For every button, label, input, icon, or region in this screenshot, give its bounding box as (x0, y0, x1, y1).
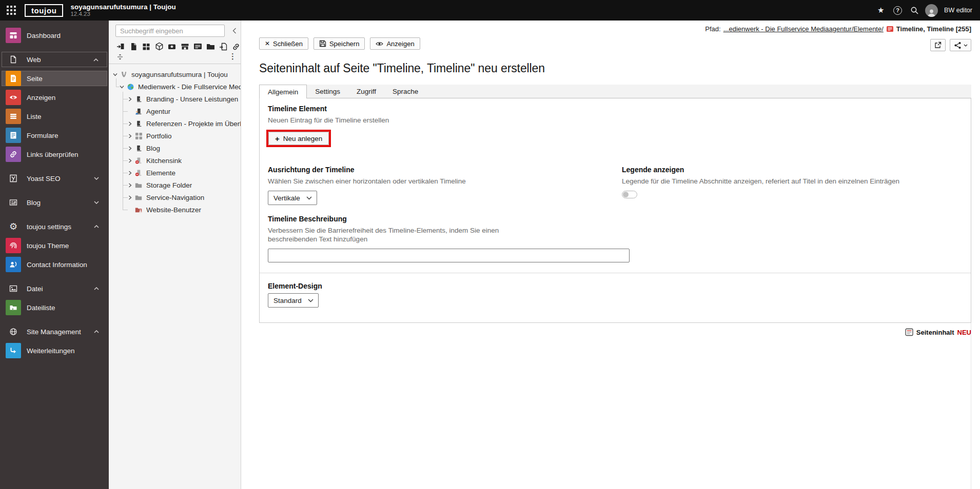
split-handle-icon[interactable] (116, 53, 124, 60)
field-timeline-description: Timeline Beschreibung Verbessern Sie die… (268, 215, 630, 262)
sidebar-group-yoast-seo[interactable]: Yoast SEO (2, 171, 107, 186)
tree-node-agentur[interactable]: Agentur (109, 105, 241, 117)
sidebar-group-toujou-settings[interactable]: ⚙ toujou settings (2, 219, 107, 234)
link-icon[interactable] (232, 42, 240, 51)
chevron-right-icon[interactable] (128, 195, 135, 200)
breadcrumb: Pfad: ...edienwerk - Die Fullservice Med… (705, 25, 971, 33)
tree-node-website-benutzer[interactable]: Website-Benutzer (109, 203, 241, 216)
chevron-down-icon[interactable] (113, 72, 120, 77)
tree-node-portfolio[interactable]: Portfolio (109, 130, 241, 142)
view-button[interactable]: Anzeigen (370, 37, 420, 50)
tree-node-label: Service-Navigation (146, 194, 204, 201)
sidebar-item-dateiliste[interactable]: Dateiliste (2, 300, 107, 315)
sidebar-item-formulare[interactable]: Formulare (2, 128, 107, 143)
chevron-right-icon[interactable] (128, 183, 135, 188)
sidebar-item-liste[interactable]: Liste (2, 109, 107, 124)
tab-settings[interactable]: Settings (307, 85, 348, 98)
sidebar-item-toujou-theme[interactable]: toujou Theme (2, 238, 107, 253)
contact-icon (6, 257, 21, 272)
chevron-down-icon[interactable] (120, 85, 127, 89)
chevron-up-icon (93, 58, 99, 62)
tree-node-referenzen[interactable]: Referenzen - Projekte im Überblick (109, 117, 241, 130)
chevron-right-icon[interactable] (128, 171, 135, 175)
sidebar-group-label: Yoast SEO (27, 175, 61, 182)
sidebar-group-label: Blog (27, 199, 41, 207)
tree-node-blog[interactable]: Blog (109, 142, 241, 154)
orientation-select[interactable]: Vertikale (268, 191, 317, 205)
design-select[interactable]: Standard (268, 293, 319, 308)
storefront-icon[interactable] (181, 42, 189, 51)
user-label[interactable]: BW editor (944, 7, 972, 14)
sidebar-group-site-management[interactable]: Site Management (2, 324, 107, 339)
sidebar-item-anzeigen[interactable]: Anzeigen (2, 90, 107, 105)
content-grid-icon[interactable] (142, 42, 150, 51)
timeline-description-input[interactable] (268, 249, 630, 262)
tree-node-storage-folder[interactable]: Storage Folder (109, 179, 241, 191)
cube-icon[interactable] (155, 42, 163, 51)
tree-node-service-navigation[interactable]: Service-Navigation (109, 191, 241, 203)
help-button[interactable]: ? (889, 6, 906, 15)
tree-node-elemente[interactable]: Elemente (109, 167, 241, 179)
user-menu-button[interactable] (923, 4, 940, 17)
page-title: Seiteninhalt auf Seite "Timeline, Timeli… (259, 62, 545, 75)
bookmarks-button[interactable]: ★ (872, 6, 889, 15)
sidebar-group-datei[interactable]: Datei (2, 281, 107, 296)
chevron-right-icon[interactable] (128, 121, 135, 126)
form-tabs: Allgemein Settings Zugriff Sprache (259, 85, 971, 98)
tree-node-root[interactable]: soyagunsarufutsumura | Toujou (109, 68, 241, 80)
door-icon[interactable] (116, 42, 125, 51)
tab-sprache[interactable]: Sprache (384, 85, 426, 98)
share-button[interactable] (950, 39, 971, 51)
sidebar-group-label: Site Management (27, 328, 81, 336)
path-link[interactable]: ...edienwerk - Die Fullservice Mediaagen… (723, 25, 884, 33)
sidebar-item-weiterleitungen[interactable]: Weiterleitungen (2, 343, 107, 358)
link-icon (6, 147, 21, 162)
share-icon (954, 42, 962, 49)
search-button[interactable] (906, 6, 923, 15)
sidebar-item-contact-information[interactable]: Contact Information (2, 257, 107, 272)
sidebar-item-links-ueberpruefen[interactable]: Links überprüfen (2, 147, 107, 162)
star-badge-icon[interactable] (168, 42, 176, 51)
toujou-logo[interactable]: toujou (25, 4, 63, 17)
field-label: Element-Design (268, 282, 322, 290)
chevron-right-icon[interactable] (128, 146, 135, 151)
neu-anlegen-button[interactable]: + Neu anlegen (268, 132, 329, 145)
chevron-up-icon (94, 225, 99, 228)
chevron-up-icon (94, 330, 99, 333)
open-in-new-window-button[interactable] (930, 39, 946, 51)
sidebar-group-blog[interactable]: Blog (2, 195, 107, 210)
legend-toggle[interactable] (622, 191, 637, 198)
field-description: Neuen Eintrag für die Timeline erstellen (268, 116, 389, 125)
app-grid-icon[interactable] (7, 6, 16, 15)
chevron-right-icon[interactable] (128, 97, 135, 101)
sidebar-item-seite[interactable]: Seite (2, 71, 107, 86)
paste-icon[interactable] (219, 42, 227, 51)
tree-more-icon[interactable]: ⋮ (229, 52, 237, 61)
chevron-right-icon[interactable] (128, 158, 135, 163)
sidebar-item-label: Dashboard (27, 32, 61, 39)
tree-node-label: Medienwerk - Die Fullservice Mediaagentu… (138, 83, 241, 91)
card-icon[interactable] (193, 42, 202, 51)
tab-zugriff[interactable]: Zugriff (348, 85, 384, 98)
tree-node-kitchensink[interactable]: Kitchensink (109, 154, 241, 167)
chevron-right-icon[interactable] (128, 134, 135, 138)
tree-node-label: soyagunsarufutsumura | Toujou (131, 71, 228, 78)
save-button[interactable]: Speichern (313, 37, 365, 50)
tree-node-medienwerk[interactable]: Medienwerk - Die Fullservice Mediaagentu… (109, 80, 241, 93)
help-icon: ? (893, 6, 902, 15)
plus-icon: + (275, 134, 280, 143)
tab-allgemein[interactable]: Allgemein (259, 85, 307, 98)
sidebar-group-web[interactable]: Web (2, 52, 107, 67)
folder-icon[interactable] (206, 42, 214, 51)
tree-node-branding[interactable]: Branding - Unsere Leistungen (109, 93, 241, 105)
record-type-label: Seiteninhalt (916, 329, 954, 336)
page-new-icon[interactable] (129, 42, 138, 51)
sidebar-item-dashboard[interactable]: Dashboard (2, 28, 107, 43)
close-button[interactable]: ✕ Schließen (259, 37, 308, 50)
sidebar-item-label: Liste (27, 113, 42, 120)
chevron-down-icon (94, 177, 99, 180)
tree-search-input[interactable] (115, 25, 225, 37)
page-restricted-icon (135, 157, 143, 165)
collapse-tree-icon[interactable] (232, 28, 237, 34)
page-restricted-icon (135, 169, 143, 177)
